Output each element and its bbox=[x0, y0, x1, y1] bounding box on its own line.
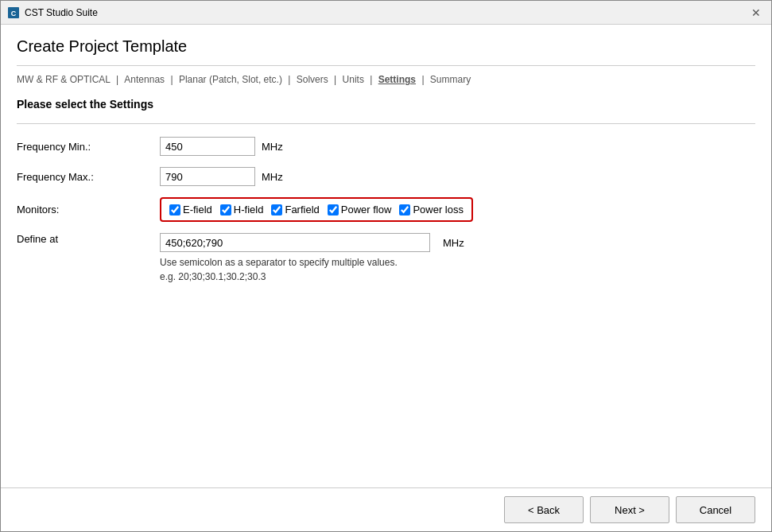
footer: < Back Next > Cancel bbox=[1, 487, 771, 531]
monitor-powerflow: Power flow bbox=[328, 204, 392, 216]
section-title: Please select the Settings bbox=[17, 98, 755, 111]
farfield-checkbox[interactable] bbox=[271, 204, 282, 216]
app-icon: C bbox=[7, 6, 20, 19]
monitors-box: E-field H-field Farfield Power flow bbox=[160, 197, 473, 222]
svg-text:C: C bbox=[11, 10, 17, 17]
frequency-min-input[interactable] bbox=[160, 137, 255, 156]
window-title: CST Studio Suite bbox=[25, 7, 98, 18]
breadcrumb: MW & RF & OPTICAL | Antennas | Planar (P… bbox=[17, 74, 755, 85]
title-bar: C CST Studio Suite ✕ bbox=[1, 1, 771, 25]
define-label: Define at bbox=[17, 233, 160, 245]
frequency-max-row: Frequency Max.: MHz bbox=[17, 167, 755, 186]
powerloss-label: Power loss bbox=[413, 204, 464, 216]
form-area: Please select the Settings Frequency Min… bbox=[17, 98, 755, 475]
frequency-min-label: Frequency Min.: bbox=[17, 141, 160, 153]
define-hint-line2: e.g. 20;30;30.1;30.2;30.3 bbox=[160, 270, 464, 284]
define-input[interactable] bbox=[160, 233, 430, 252]
breadcrumb-item-1: MW & RF & OPTICAL bbox=[17, 74, 111, 85]
monitors-label: Monitors: bbox=[17, 204, 160, 216]
breadcrumb-item-5: Units bbox=[343, 74, 364, 85]
define-hint-line1: Use semicolon as a separator to specify … bbox=[160, 255, 464, 270]
monitor-powerloss: Power loss bbox=[399, 204, 464, 216]
frequency-max-label: Frequency Max.: bbox=[17, 171, 160, 183]
next-button[interactable]: Next > bbox=[590, 496, 669, 523]
back-button[interactable]: < Back bbox=[504, 496, 584, 523]
powerloss-checkbox[interactable] bbox=[399, 204, 410, 216]
close-button[interactable]: ✕ bbox=[747, 4, 765, 21]
breadcrumb-item-2: Antennas bbox=[124, 74, 165, 85]
frequency-max-unit: MHz bbox=[262, 171, 283, 183]
monitor-efield: E-field bbox=[169, 204, 212, 216]
farfield-label: Farfield bbox=[285, 204, 319, 216]
efield-checkbox[interactable] bbox=[169, 204, 180, 216]
main-content: Create Project Template MW & RF & OPTICA… bbox=[1, 25, 771, 487]
efield-label: E-field bbox=[183, 204, 212, 216]
breadcrumb-item-current: Settings bbox=[378, 74, 416, 85]
hfield-checkbox[interactable] bbox=[220, 204, 231, 216]
main-window: C CST Studio Suite ✕ Create Project Temp… bbox=[0, 0, 772, 532]
powerflow-label: Power flow bbox=[341, 204, 392, 216]
frequency-max-input[interactable] bbox=[160, 167, 255, 186]
title-bar-left: C CST Studio Suite bbox=[7, 6, 98, 19]
breadcrumb-item-3: Planar (Patch, Slot, etc.) bbox=[179, 74, 282, 85]
define-input-area: MHz Use semicolon as a separator to spec… bbox=[160, 233, 464, 284]
define-unit: MHz bbox=[443, 237, 464, 249]
hfield-label: H-field bbox=[234, 204, 264, 216]
cancel-button[interactable]: Cancel bbox=[676, 496, 755, 523]
frequency-min-unit: MHz bbox=[262, 141, 283, 153]
monitors-row: Monitors: E-field H-field Farfield bbox=[17, 197, 755, 222]
breadcrumb-item-4: Solvers bbox=[297, 74, 328, 85]
breadcrumb-item-7: Summary bbox=[430, 74, 471, 85]
frequency-min-row: Frequency Min.: MHz bbox=[17, 137, 755, 156]
page-title: Create Project Template bbox=[17, 37, 755, 56]
define-right: MHz bbox=[160, 233, 464, 252]
monitor-farfield: Farfield bbox=[271, 204, 319, 216]
section-divider bbox=[17, 123, 755, 124]
define-hint: Use semicolon as a separator to specify … bbox=[160, 255, 464, 284]
title-divider bbox=[17, 65, 755, 66]
monitor-hfield: H-field bbox=[220, 204, 264, 216]
powerflow-checkbox[interactable] bbox=[328, 204, 339, 216]
define-row: Define at MHz Use semicolon as a separat… bbox=[17, 233, 755, 284]
